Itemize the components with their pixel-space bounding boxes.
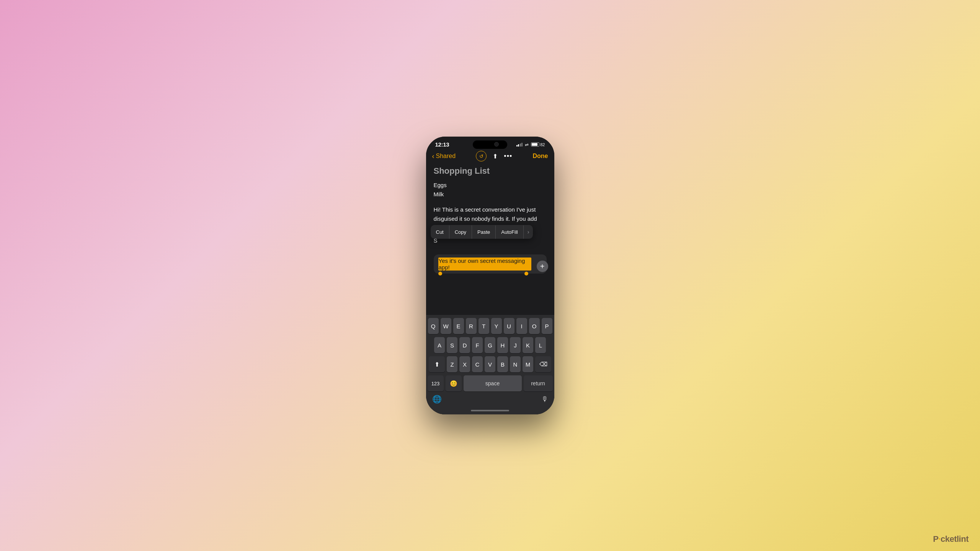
keyboard-row-2: A S D F G H J K L [428, 337, 553, 353]
done-button[interactable]: Done [533, 153, 548, 160]
key-p[interactable]: P [542, 318, 552, 334]
emoji-key[interactable]: 😊 [446, 375, 462, 391]
nav-left[interactable]: ‹ Shared [432, 152, 456, 160]
key-s[interactable]: S [447, 337, 457, 353]
key-x[interactable]: X [459, 356, 470, 372]
reply-input-text[interactable]: Yes it's our own secret messaging app! [438, 258, 531, 271]
selected-text: Yes it's our own secret messaging app! [438, 258, 531, 271]
numbers-key[interactable]: 123 [428, 375, 444, 391]
key-k[interactable]: K [523, 337, 533, 353]
delete-key[interactable]: ⌫ [535, 356, 551, 372]
keyboard: Q W E R T Y U I O P A S D F G [426, 315, 554, 407]
key-b[interactable]: B [497, 356, 508, 372]
key-c[interactable]: C [472, 356, 483, 372]
battery-indicator: 82 [531, 142, 545, 147]
key-d[interactable]: D [459, 337, 470, 353]
return-key[interactable]: return [524, 375, 553, 391]
nav-bar: ‹ Shared ↺ ⬆ ••• Done [426, 149, 554, 165]
list-item: Eggs [434, 181, 547, 190]
note-title: Shopping List [434, 166, 547, 176]
globe-icon[interactable]: 🌐 [432, 395, 442, 404]
nav-center-icons: ↺ ⬆ ••• [476, 151, 512, 161]
copy-menu-item[interactable]: Copy [449, 225, 472, 239]
status-time: 12:13 [435, 141, 449, 148]
key-z[interactable]: Z [447, 356, 457, 372]
context-menu: Cut Copy Paste AutoFill › [431, 225, 533, 239]
shift-key[interactable]: ⬆ [429, 356, 445, 372]
key-l[interactable]: L [535, 337, 546, 353]
battery-fill [532, 143, 537, 146]
key-a[interactable]: A [434, 337, 445, 353]
more-menu-item[interactable]: › [524, 225, 533, 239]
more-options-icon[interactable]: ••• [504, 152, 512, 160]
microphone-icon[interactable]: 🎙 [541, 395, 548, 403]
list-item: Milk [434, 190, 547, 199]
pocketlint-watermark: P·cketlint [933, 534, 969, 544]
key-g[interactable]: G [485, 337, 495, 353]
back-chevron-icon[interactable]: ‹ [432, 152, 434, 160]
key-v[interactable]: V [485, 356, 495, 372]
watermark-p: P [933, 534, 938, 544]
key-r[interactable]: R [466, 318, 477, 334]
battery-body [531, 142, 539, 147]
key-i[interactable]: I [516, 318, 527, 334]
note-content: Shopping List Eggs Milk Hi! This is a se… [426, 165, 554, 315]
key-w[interactable]: W [441, 318, 451, 334]
keyboard-row-3: ⬆ Z X C V B N M ⌫ [428, 356, 553, 372]
wifi-icon: ⇌ [525, 142, 529, 147]
key-u[interactable]: U [504, 318, 514, 334]
signal-bars-icon [516, 143, 523, 147]
faceid-sensor [494, 142, 499, 147]
watermark-rest: cketlint [941, 534, 969, 544]
share-icon[interactable]: ⬆ [493, 153, 498, 160]
key-m[interactable]: M [523, 356, 533, 372]
status-icons: ⇌ 82 [516, 142, 545, 147]
key-t[interactable]: T [479, 318, 489, 334]
add-content-button[interactable]: + [537, 261, 548, 272]
home-bar [471, 410, 509, 411]
battery-percent: 82 [540, 142, 545, 147]
keyboard-extras: 🌐 🎙 [428, 391, 553, 405]
selection-handle-left [438, 272, 442, 276]
nav-shared-label[interactable]: Shared [436, 153, 456, 160]
selection-handle-right [524, 272, 528, 276]
paste-menu-item[interactable]: Paste [472, 225, 496, 239]
phone-screen: 12:13 ⇌ 82 ‹ Shared [426, 137, 554, 414]
key-e[interactable]: E [453, 318, 464, 334]
key-y[interactable]: Y [491, 318, 502, 334]
key-f[interactable]: F [472, 337, 483, 353]
home-indicator [426, 407, 554, 414]
keyboard-row-1: Q W E R T Y U I O P [428, 318, 553, 334]
note-list: Eggs Milk [434, 181, 547, 199]
key-o[interactable]: O [529, 318, 540, 334]
reply-input-wrapper: Yes it's our own secret messaging app! + [434, 254, 547, 274]
keyboard-row-4: 123 😊 space return [428, 375, 553, 391]
keyboard-rows: Q W E R T Y U I O P A S D F G [428, 318, 553, 391]
key-j[interactable]: J [510, 337, 521, 353]
key-q[interactable]: Q [428, 318, 439, 334]
camera-notch [473, 140, 507, 149]
phone-frame: 12:13 ⇌ 82 ‹ Shared [426, 137, 554, 414]
space-key[interactable]: space [464, 375, 522, 391]
cut-menu-item[interactable]: Cut [431, 225, 449, 239]
undo-button[interactable]: ↺ [476, 151, 487, 161]
reply-input-container[interactable]: Yes it's our own secret messaging app! [434, 254, 547, 274]
undo-icon: ↺ [479, 153, 483, 159]
autofill-menu-item[interactable]: AutoFill [496, 225, 523, 239]
key-h[interactable]: H [497, 337, 508, 353]
key-n[interactable]: N [510, 356, 521, 372]
